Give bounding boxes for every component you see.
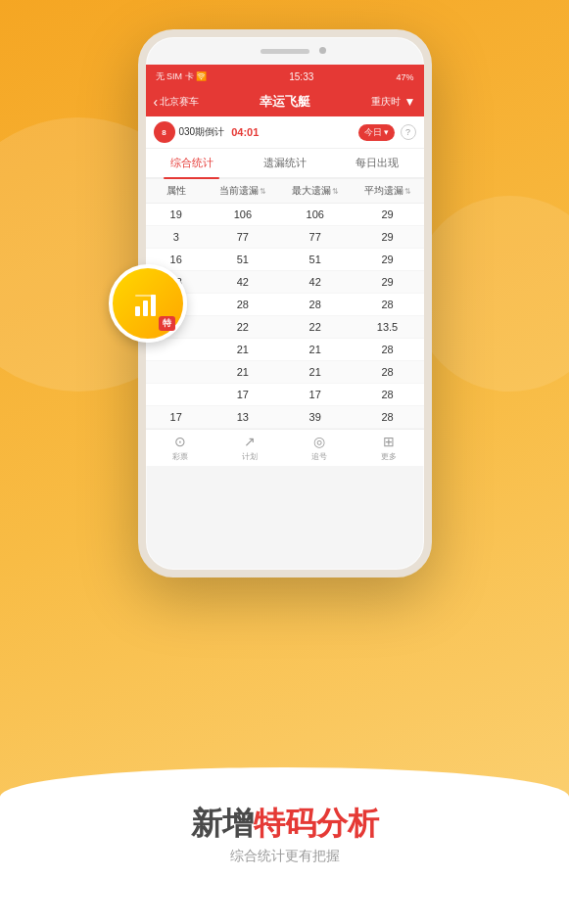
td-max: 42 bbox=[279, 276, 352, 288]
td-current: 21 bbox=[207, 344, 279, 355]
td-current: 77 bbox=[207, 231, 279, 243]
svg-rect-2 bbox=[151, 295, 156, 316]
td-avg: 13.5 bbox=[352, 321, 424, 333]
td-attr: 3 bbox=[146, 231, 207, 243]
col-header-avg[interactable]: 平均遗漏 ⇅ bbox=[352, 184, 424, 198]
badge-text: 特 bbox=[159, 316, 175, 331]
bottom-nav-more-label: 更多 bbox=[381, 451, 397, 462]
svg-rect-3 bbox=[135, 295, 156, 297]
td-max: 22 bbox=[279, 321, 352, 333]
bottom-nav-chase[interactable]: ◎ 追号 bbox=[285, 434, 355, 462]
badge-outer: 特 bbox=[109, 264, 187, 343]
lottery-icon: ⊙ bbox=[174, 434, 186, 449]
tab-daily-label: 每日出现 bbox=[356, 157, 399, 168]
td-attr: 17 bbox=[146, 411, 207, 423]
data-table: 属性 当前遗漏 ⇅ 最大遗漏 ⇅ 平均遗漏 ⇅ bbox=[146, 179, 424, 429]
table-row: 22 22 13.5 bbox=[146, 316, 424, 339]
svg-rect-1 bbox=[143, 300, 148, 316]
td-max: 21 bbox=[279, 366, 352, 378]
today-dropdown-icon: ▾ bbox=[384, 127, 389, 137]
td-attr: 19 bbox=[146, 208, 207, 220]
col-header-current[interactable]: 当前遗漏 ⇅ bbox=[207, 184, 279, 198]
tab-daily[interactable]: 每日出现 bbox=[331, 149, 424, 177]
phone-speaker bbox=[261, 49, 309, 54]
nav-back-label: 北京赛车 bbox=[160, 95, 199, 109]
nav-title: 幸运飞艇 bbox=[260, 93, 310, 111]
td-attr bbox=[146, 389, 207, 400]
bottom-nav-plan-label: 计划 bbox=[242, 451, 258, 462]
tab-missing[interactable]: 遗漏统计 bbox=[238, 149, 331, 177]
bottom-nav-chase-label: 追号 bbox=[311, 451, 327, 462]
phone-camera bbox=[319, 47, 326, 54]
td-current: 21 bbox=[207, 366, 279, 378]
today-button[interactable]: 今日 ▾ bbox=[358, 124, 395, 141]
content-area: 8 030期倒计 04:01 今日 ▾ ? 综合统计 bbox=[146, 116, 424, 466]
today-label: 今日 bbox=[364, 126, 382, 139]
table-header: 属性 当前遗漏 ⇅ 最大遗漏 ⇅ 平均遗漏 ⇅ bbox=[146, 179, 424, 204]
status-time: 15:33 bbox=[289, 71, 313, 82]
tab-comprehensive-label: 综合统计 bbox=[170, 157, 213, 168]
sort-icon-max: ⇅ bbox=[332, 187, 339, 196]
help-button[interactable]: ? bbox=[401, 124, 416, 140]
nav-back-button[interactable]: ‹ 北京赛车 bbox=[154, 94, 200, 110]
back-arrow-icon: ‹ bbox=[154, 94, 159, 110]
phone-mockup: 无 SIM 卡 🛜 15:33 47% ‹ 北京赛车 幸运飞艇 重庆时 ▼ 8 bbox=[138, 29, 432, 578]
tab-missing-label: 遗漏统计 bbox=[263, 157, 307, 168]
bottom-nav-lottery[interactable]: ⊙ 彩票 bbox=[146, 434, 215, 462]
tab-comprehensive[interactable]: 综合统计 bbox=[146, 149, 239, 177]
period-bar: 8 030期倒计 04:01 今日 ▾ ? bbox=[146, 116, 424, 149]
td-current: 106 bbox=[207, 208, 279, 220]
td-avg: 28 bbox=[352, 344, 424, 355]
chart-bar-icon bbox=[133, 289, 163, 318]
bottom-text-section: 新增特码分析 综合统计更有把握 bbox=[0, 805, 569, 865]
table-row: 16 51 51 29 bbox=[146, 249, 424, 271]
bottom-nav-plan[interactable]: ↗ 计划 bbox=[215, 434, 285, 462]
chase-icon: ◎ bbox=[313, 434, 325, 449]
title-normal: 新增 bbox=[191, 806, 254, 841]
svg-rect-0 bbox=[135, 306, 140, 316]
main-title: 新增特码分析 bbox=[0, 805, 569, 842]
table-row: 18 42 42 29 bbox=[146, 271, 424, 294]
table-row: 21 21 28 bbox=[146, 361, 424, 384]
td-max: 106 bbox=[279, 208, 352, 220]
td-max: 21 bbox=[279, 344, 352, 355]
bg-circle-right bbox=[412, 196, 569, 392]
status-bar: 无 SIM 卡 🛜 15:33 47% bbox=[146, 65, 424, 87]
td-avg: 29 bbox=[352, 276, 424, 288]
td-avg: 28 bbox=[352, 411, 424, 423]
sort-icon-current: ⇅ bbox=[260, 187, 266, 196]
td-max: 28 bbox=[279, 299, 352, 310]
table-row: 17 17 28 bbox=[146, 384, 424, 406]
td-current: 22 bbox=[207, 321, 279, 333]
td-current: 51 bbox=[207, 254, 279, 265]
countdown-timer: 04:01 bbox=[231, 126, 259, 138]
lottery-logo-text: 8 bbox=[162, 128, 166, 137]
tab-bar: 综合统计 遗漏统计 每日出现 bbox=[146, 149, 424, 179]
sort-icon-avg: ⇅ bbox=[404, 187, 411, 196]
table-row: 19 106 106 29 bbox=[146, 204, 424, 226]
table-row: 21 21 28 bbox=[146, 339, 424, 361]
td-avg: 28 bbox=[352, 389, 424, 400]
period-right: 今日 ▾ ? bbox=[358, 124, 416, 141]
sub-title: 综合统计更有把握 bbox=[0, 848, 569, 865]
bottom-nav-more[interactable]: ⊞ 更多 bbox=[355, 434, 424, 462]
nav-right-section[interactable]: 重庆时 ▼ bbox=[371, 95, 416, 109]
title-highlight: 特码分析 bbox=[254, 806, 379, 841]
table-row: 15 28 28 28 bbox=[146, 294, 424, 316]
period-text: 030期倒计 bbox=[179, 125, 225, 139]
bottom-nav: ⊙ 彩票 ↗ 计划 ◎ 追号 ⊞ 更多 bbox=[146, 429, 424, 466]
td-current: 17 bbox=[207, 389, 279, 400]
col-header-max[interactable]: 最大遗漏 ⇅ bbox=[279, 184, 352, 198]
table-row: 3 77 77 29 bbox=[146, 226, 424, 249]
status-signal: 无 SIM 卡 🛜 bbox=[156, 70, 208, 83]
lottery-logo: 8 bbox=[154, 121, 175, 143]
td-avg: 28 bbox=[352, 366, 424, 378]
table-row: 17 13 39 28 bbox=[146, 406, 424, 429]
help-icon: ? bbox=[405, 127, 410, 137]
nav-bar: ‹ 北京赛车 幸运飞艇 重庆时 ▼ bbox=[146, 87, 424, 116]
more-icon: ⊞ bbox=[383, 434, 395, 449]
td-max: 17 bbox=[279, 389, 352, 400]
td-attr bbox=[146, 344, 207, 355]
td-max: 77 bbox=[279, 231, 352, 243]
plan-icon: ↗ bbox=[244, 434, 256, 449]
